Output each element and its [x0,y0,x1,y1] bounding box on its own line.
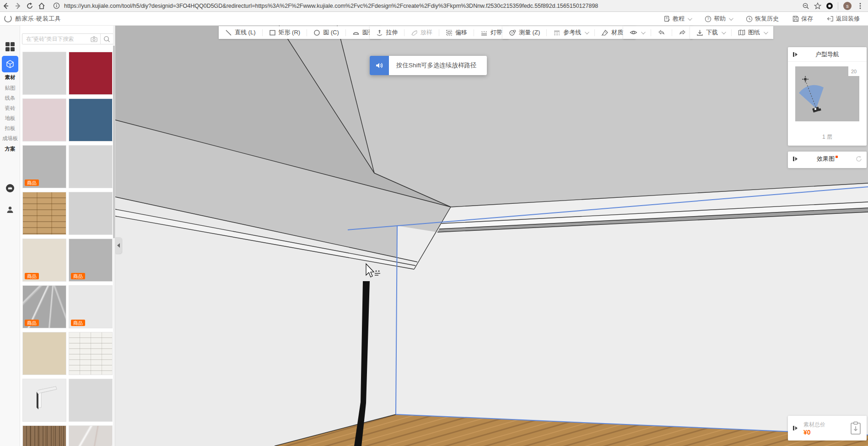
back-to-decor-label: 返回装修 [836,15,860,23]
material-swatch[interactable]: 商品 [22,239,66,282]
panel-collapse-icon[interactable] [793,425,798,431]
bookmark-star-icon[interactable] [812,0,824,11]
sidebar-header-plan: 方案 [0,146,20,152]
browser-reload-icon[interactable] [24,0,36,11]
camera-search-icon[interactable] [88,36,100,42]
sheet-label: 图纸 [748,28,760,37]
restore-history-label: 恢复历史 [755,15,779,23]
chevron-down-icon [641,30,646,34]
floorplan-minimap[interactable]: 20 [795,66,859,121]
svg-text:?: ? [707,16,709,21]
tooltip-text: 按住Shift可多选连续放样路径 [389,61,487,70]
material-swatch-lightmarble[interactable] [69,425,113,446]
browser-home-icon[interactable] [36,0,48,11]
browser-forward-icon[interactable] [12,0,24,11]
product-badge: 商品 [25,179,39,186]
sidebar-item-diban[interactable]: 地板 [0,115,20,122]
tool-circle-label: 圆 (C) [323,28,339,37]
help-icon: ? [705,16,712,22]
sidebar-item-tietu[interactable]: 贴图 [0,85,20,92]
user-profile-icon[interactable] [6,206,14,216]
panel-collapse-icon[interactable] [793,52,798,57]
panel-scrollbar[interactable] [113,26,115,446]
material-swatch-darkwood[interactable] [22,425,66,446]
refresh-icon[interactable] [856,156,862,164]
material-swatch-marble[interactable]: 商品 [22,285,66,328]
help-menu[interactable]: ? 帮助 [705,15,732,23]
tool-line[interactable]: 直线 (L) [219,26,262,39]
sidebar-item-chengqiangban[interactable]: 成墙板 [0,135,20,142]
toolbar-measure-group: 测量 (Z) 参考线 材质刷 [502,26,636,39]
search-input[interactable] [22,36,88,42]
material-swatch[interactable] [22,98,66,141]
tool-pull-label: 拉伸 [386,28,398,37]
download-button[interactable]: 下载 [690,26,731,39]
floor-selector[interactable]: 1 层 [788,133,867,141]
price-list-icon[interactable] [850,421,861,437]
tool-measure[interactable]: 测量 (Z) [502,26,546,39]
3d-viewport[interactable] [115,26,868,446]
apps-grid-icon[interactable] [5,42,15,51]
redo-icon [679,29,686,36]
browser-menu-icon[interactable] [854,0,866,11]
avatar[interactable]: s [843,2,852,10]
material-brush-icon [601,29,609,36]
restore-history-button[interactable]: 恢复历史 [746,15,779,23]
browser-back-icon[interactable] [0,0,12,11]
loft-hint-tooltip: 按住Shift可多选连续放样路径 [370,56,487,75]
material-swatch[interactable] [69,145,113,188]
panel-collapse-handle[interactable] [115,237,122,254]
url-bar[interactable]: https://yun.kujiale.com/tool/h5/diy?desi… [64,3,598,9]
tool-rect[interactable]: 矩形 (R) [263,26,307,39]
tool-pull[interactable]: 拉伸 [370,26,404,39]
undo-button[interactable] [651,26,672,39]
material-swatch[interactable] [69,379,113,422]
product-badge: 商品 [25,273,39,280]
material-swatch[interactable]: 商品 [22,145,66,188]
material-swatch-brick[interactable] [69,332,113,375]
tool-offset[interactable]: 偏移 [439,26,474,39]
material-swatch[interactable] [22,332,66,375]
material-swatch-wood[interactable] [22,192,66,235]
material-swatch[interactable]: 商品 [69,239,113,282]
sidebar-item-cizhuan[interactable]: 瓷砖 [0,105,20,112]
exit-icon [827,16,834,22]
tutorial-menu[interactable]: 教程 [664,15,691,23]
sidebar-item-xiantiao[interactable]: 线条 [0,95,20,102]
save-label: 保存 [801,15,813,23]
chevron-down-icon [585,30,589,34]
back-to-decor-button[interactable]: 返回装修 [827,15,860,23]
material-library-button[interactable] [2,56,18,72]
material-swatch[interactable] [69,52,113,95]
product-badge: 商品 [25,320,39,326]
tool-loft[interactable]: 放样 [404,26,439,39]
tool-offset-label: 偏移 [455,28,467,37]
search-box [22,33,113,44]
measure-icon [509,29,516,36]
zoom-out-page-icon[interactable] [800,0,812,11]
tool-refline[interactable]: 参考线 [547,26,594,39]
material-swatch[interactable] [69,98,113,141]
material-swatch[interactable] [69,192,113,235]
material-swatch[interactable] [22,52,66,95]
site-info-icon[interactable] [50,0,62,11]
rect-icon [269,29,276,36]
panel-collapse-icon[interactable] [793,156,798,162]
material-swatch[interactable]: 商品 [69,285,113,328]
visibility-toggle[interactable] [623,26,651,39]
tool-circle[interactable]: 圆 (C) [307,26,345,39]
extension-icon[interactable] [824,0,836,11]
chevron-down-icon [729,16,733,21]
scrollbar-thumb[interactable] [113,46,115,238]
toolbar-modify-group: 拉伸 放样 偏移 灯带 [370,26,509,39]
search-button[interactable] [100,34,113,44]
camera-view-cone [799,80,824,109]
toolbar-export-group: 下载 图纸 [690,26,773,39]
material-swatch-molding[interactable] [22,379,66,422]
sheet-button[interactable]: 图纸 [732,26,773,39]
vip-badge-icon[interactable] [5,184,15,195]
save-button[interactable]: 保存 [793,15,813,23]
sidebar-item-kouban[interactable]: 扣板 [0,125,20,132]
product-badge: 商品 [71,320,85,326]
wall-right-selected[interactable] [396,212,868,435]
